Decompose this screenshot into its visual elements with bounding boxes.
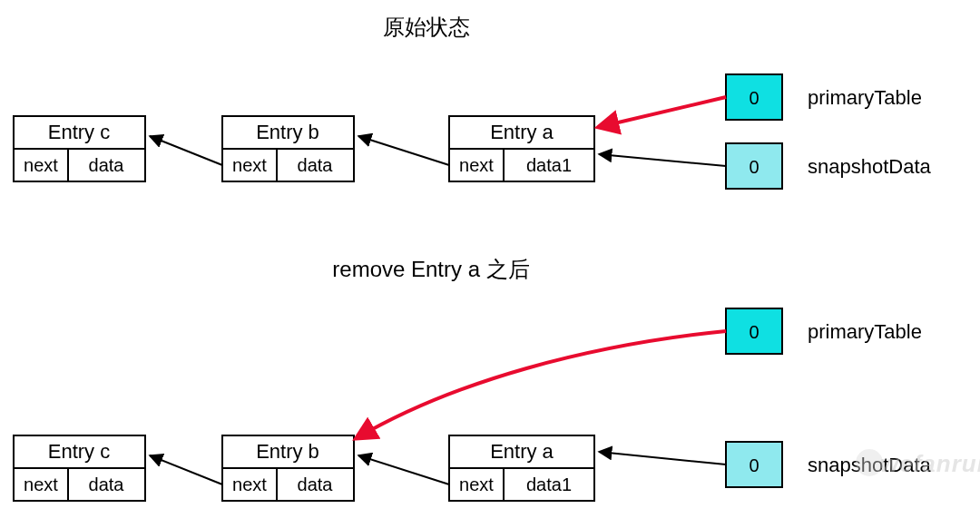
snapshot-label-top: snapshotData	[808, 155, 932, 178]
arrow-b-next-to-c	[150, 136, 222, 165]
arrow-primary-to-a	[599, 97, 726, 127]
entry-b-title: Entry b	[256, 121, 319, 143]
heading-after-remove: remove Entry a 之后	[332, 257, 529, 281]
entry-b-title-b: Entry b	[256, 440, 319, 463]
entry-c-title-b: Entry c	[48, 440, 110, 463]
entry-a-data-b: data1	[526, 474, 572, 494]
entry-a-next: next	[459, 155, 494, 175]
entry-b-bottom: Entry b next data	[222, 435, 354, 501]
snapshot-slot-value-b: 0	[749, 455, 759, 475]
primary-slot-top: 0	[726, 74, 782, 120]
entry-c-next: next	[24, 155, 58, 175]
arrow-snapshot-to-a-b	[599, 452, 726, 464]
entry-b-next-b: next	[232, 474, 267, 494]
arrow-a-next-to-b	[358, 136, 449, 165]
entry-c-next-b: next	[24, 474, 58, 494]
entry-c-data: data	[89, 155, 125, 175]
entry-b-data-b: data	[298, 474, 334, 494]
entry-b-data: data	[298, 155, 334, 175]
entry-c-bottom: Entry c next data	[14, 435, 145, 501]
arrow-b-next-to-c-bottom	[150, 455, 222, 484]
entry-a-next-b: next	[459, 474, 494, 494]
entry-a-data: data1	[526, 155, 572, 175]
snapshot-slot-top: 0	[726, 143, 782, 189]
heading-original: 原始状态	[383, 15, 470, 39]
entry-a-bottom: Entry a next data1	[449, 435, 594, 501]
entry-c-title: Entry c	[48, 121, 110, 143]
entry-a-top: Entry a next data1	[449, 116, 594, 181]
entry-b-top: Entry b next data	[222, 116, 354, 181]
svg-point-22	[856, 449, 883, 476]
snapshot-slot-bottom: 0	[726, 442, 782, 487]
primary-label-bottom: primaryTable	[808, 320, 922, 343]
primary-slot-value-b: 0	[749, 322, 759, 342]
primary-slot-value: 0	[749, 88, 759, 108]
snapshot-slot-value: 0	[749, 157, 759, 177]
watermark: wefanrui	[856, 449, 980, 477]
entry-c-top: Entry c next data	[14, 116, 145, 181]
entry-a-title-b: Entry a	[490, 440, 554, 463]
entry-a-title: Entry a	[490, 121, 554, 143]
arrow-primary-to-b	[357, 331, 726, 438]
arrow-a-next-to-b-bottom	[358, 455, 449, 484]
primary-label-top: primaryTable	[808, 86, 922, 109]
arrow-snapshot-to-a	[599, 154, 726, 166]
svg-text:wefanrui: wefanrui	[880, 450, 980, 477]
diagram-canvas: 原始状态 0 primaryTable 0 snapshotData Entry…	[0, 0, 980, 528]
entry-c-data-b: data	[89, 474, 125, 494]
primary-slot-bottom: 0	[726, 308, 782, 354]
entry-b-next: next	[232, 155, 267, 175]
